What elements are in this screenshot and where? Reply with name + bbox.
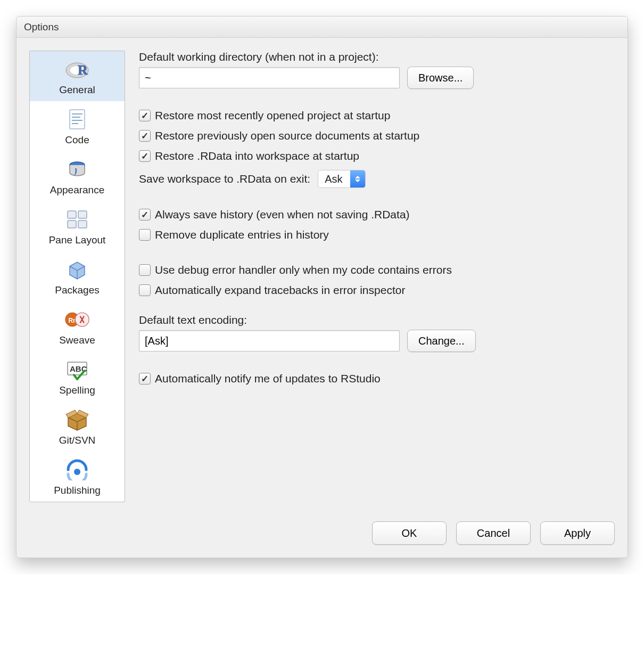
svg-rect-3 [70,110,85,129]
sidebar-item-code[interactable]: Code [30,101,125,151]
checkbox-label: Restore previously open source documents… [155,129,419,142]
cardboard-box-icon [64,407,90,432]
sidebar-item-label: Code [65,134,89,146]
sidebar-item-label: Sweave [59,334,95,346]
sidebar-item-publishing[interactable]: Publishing [30,452,125,502]
window-title: Options [24,21,59,33]
remove-duplicates-checkbox[interactable]: Remove duplicate entries in history [139,228,615,241]
checkbox-label: Restore most recently opened project at … [155,109,390,122]
auto-notify-checkbox[interactable]: Automatically notify me of updates to RS… [139,372,615,385]
svg-point-18 [74,469,80,475]
checkbox-label: Automatically expand tracebacks in error… [155,284,405,297]
ok-button[interactable]: OK [372,521,447,545]
sidebar-item-label: Pane Layout [49,234,106,246]
r-logo-icon: R [64,56,90,82]
paint-bucket-icon [64,157,90,182]
select-stepper-icon [350,170,365,187]
sidebar-item-packages[interactable]: Packages [30,251,125,301]
browse-button[interactable]: Browse... [407,67,474,89]
select-value: Ask [318,173,350,185]
checkbox-label: Remove duplicate entries in history [155,228,329,241]
sidebar-item-sweave[interactable]: Rnw Sweave [30,301,125,351]
sidebar-item-label: Packages [55,284,99,296]
spelling-icon: ABC [64,357,90,382]
cancel-button[interactable]: Cancel [456,521,531,545]
sweave-icon: Rnw [64,307,90,332]
svg-rect-11 [68,220,76,228]
options-window: Options R General [16,16,628,558]
dialog-body: R General Code [16,38,628,515]
titlebar: Options [16,17,628,38]
checkbox-icon [139,284,151,296]
workdir-label: Default working directory (when not in a… [139,51,615,63]
always-save-history-checkbox[interactable]: Always save history (even when not savin… [139,208,615,221]
sidebar-item-label: Appearance [50,184,104,196]
apply-button[interactable]: Apply [540,521,615,545]
restore-rdata-checkbox[interactable]: Restore .RData into workspace at startup [139,150,615,162]
sidebar-item-spelling[interactable]: ABC Spelling [30,351,125,402]
checkbox-icon [139,229,151,241]
pane-layout-icon [64,207,90,232]
sidebar: R General Code [29,51,125,502]
sidebar-item-label: Publishing [54,485,101,496]
change-button[interactable]: Change... [407,330,476,352]
expand-tracebacks-checkbox[interactable]: Automatically expand tracebacks in error… [139,284,615,297]
svg-rect-9 [68,211,76,218]
encoding-label: Default text encoding: [139,314,615,326]
svg-text:R: R [78,62,88,78]
checkbox-icon [139,373,151,385]
svg-rect-12 [78,220,87,228]
sidebar-item-appearance[interactable]: Appearance [30,151,125,201]
sidebar-item-label: Git/SVN [59,435,96,446]
workdir-input[interactable] [139,67,400,88]
checkbox-icon [139,150,151,162]
sidebar-item-pane-layout[interactable]: Pane Layout [30,201,125,251]
checkbox-icon [139,130,151,142]
restore-docs-checkbox[interactable]: Restore previously open source documents… [139,129,615,142]
general-pane: Default working directory (when not in a… [139,51,615,502]
checkbox-icon [139,264,151,276]
checkbox-icon [139,209,151,220]
dialog-footer: OK Cancel Apply [16,515,628,558]
save-workspace-label: Save workspace to .RData on exit: [139,173,310,185]
restore-project-checkbox[interactable]: Restore most recently opened project at … [139,109,615,122]
sidebar-item-git-svn[interactable]: Git/SVN [30,402,125,452]
sidebar-item-label: Spelling [59,385,95,396]
publishing-icon [64,457,90,483]
sidebar-item-general[interactable]: R General [30,51,125,101]
sidebar-item-label: General [59,84,95,96]
save-workspace-select[interactable]: Ask [318,170,366,188]
checkbox-label: Automatically notify me of updates to RS… [155,372,381,385]
checkbox-label: Use debug error handler only when my cod… [155,264,452,276]
checkbox-label: Always save history (even when not savin… [155,208,410,221]
code-file-icon [64,107,90,132]
debug-handler-checkbox[interactable]: Use debug error handler only when my cod… [139,264,615,276]
checkbox-icon [139,110,151,121]
svg-rect-10 [78,211,87,218]
encoding-input[interactable] [139,330,400,351]
checkbox-label: Restore .RData into workspace at startup [155,150,359,162]
package-box-icon [64,257,90,282]
